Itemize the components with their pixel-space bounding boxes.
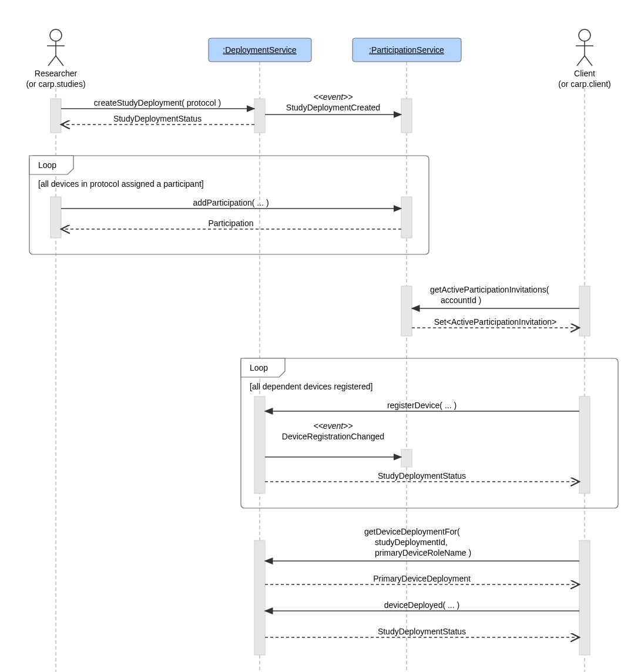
msg-create-study: createStudyDeployment( protocol ) bbox=[94, 98, 221, 107]
msg-get-dd-b: studyDeploymentId, bbox=[375, 537, 448, 547]
activation-deployment-3 bbox=[254, 540, 265, 655]
activation-researcher-2 bbox=[51, 197, 61, 238]
msg-study-status: StudyDeploymentStatus bbox=[113, 114, 202, 123]
service-deployment-label: :DeploymentService bbox=[223, 45, 296, 55]
actor-researcher-label: Researcher bbox=[35, 69, 78, 78]
msg-participation: Participation bbox=[208, 219, 253, 228]
service-participation-label: :ParticipationService bbox=[369, 45, 444, 55]
actor-client: Client (or carp.client) bbox=[558, 29, 610, 89]
msg-invitations: Set<ActiveParticipationInvitation> bbox=[434, 317, 557, 327]
activation-client-1 bbox=[579, 286, 590, 336]
activation-participation-4 bbox=[401, 449, 412, 467]
actor-researcher: Researcher (or carp.studies) bbox=[26, 29, 85, 89]
loop1-label: Loop bbox=[38, 160, 56, 170]
service-deployment: :DeploymentService bbox=[209, 38, 311, 62]
loop1-guard: [all devices in protocol assigned a part… bbox=[38, 179, 204, 189]
msg-device-changed: DeviceRegistrationChanged bbox=[282, 432, 384, 441]
msg-event2: <<event>> bbox=[314, 421, 353, 431]
svg-line-10 bbox=[577, 56, 585, 66]
actor-researcher-sub: (or carp.studies) bbox=[26, 79, 85, 89]
svg-line-11 bbox=[585, 56, 592, 66]
msg-event1: <<event>> bbox=[314, 92, 353, 102]
msg-register-device: registerDevice( ... ) bbox=[387, 401, 457, 410]
service-participation: :ParticipationService bbox=[353, 38, 461, 62]
activation-researcher-1 bbox=[51, 99, 61, 133]
msg-get-invitations-a: getActiveParticipationInvitations( bbox=[430, 285, 549, 294]
msg-status-2: StudyDeploymentStatus bbox=[378, 471, 466, 481]
activation-client-2 bbox=[579, 397, 590, 493]
loop2-guard: [all dependent devices registered] bbox=[250, 382, 372, 391]
activation-deployment-2 bbox=[254, 397, 265, 493]
svg-line-4 bbox=[56, 56, 63, 66]
msg-get-dd-a: getDeviceDeploymentFor( bbox=[364, 527, 460, 536]
activation-deployment-1 bbox=[254, 99, 265, 133]
sequence-diagram: Researcher (or carp.studies) :Deployment… bbox=[6, 6, 641, 672]
activation-participation-1 bbox=[401, 99, 412, 133]
svg-point-0 bbox=[50, 29, 62, 41]
svg-point-7 bbox=[579, 29, 590, 41]
msg-device-deployed: deviceDeployed( ... ) bbox=[384, 600, 459, 610]
msg-study-created: StudyDeploymentCreated bbox=[286, 103, 380, 112]
loop2-label: Loop bbox=[250, 363, 268, 372]
actor-client-sub: (or carp.client) bbox=[558, 79, 610, 89]
msg-pdd: PrimaryDeviceDeployment bbox=[373, 574, 471, 583]
activation-client-3 bbox=[579, 540, 590, 655]
msg-get-dd-c: primaryDeviceRoleName ) bbox=[375, 548, 471, 557]
activation-participation-2 bbox=[401, 197, 412, 238]
msg-add-participation: addParticipation( ... ) bbox=[193, 198, 269, 207]
msg-get-invitations-b: accountId ) bbox=[441, 295, 481, 305]
actor-client-label: Client bbox=[574, 69, 595, 78]
activation-participation-3 bbox=[401, 286, 412, 336]
svg-line-3 bbox=[48, 56, 56, 66]
msg-status-3: StudyDeploymentStatus bbox=[378, 627, 466, 636]
